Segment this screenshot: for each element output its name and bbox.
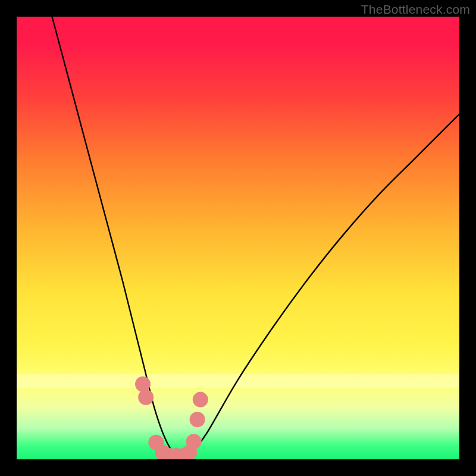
highlight-marker [135,377,151,392]
highlight-marker [190,412,205,427]
watermark-text: TheBottleneck.com [361,2,470,17]
curve-path [52,17,460,459]
marker-group [135,377,208,460]
highlight-marker [193,392,208,408]
chart-frame: TheBottleneck.com [0,0,476,476]
plot-area [17,17,459,459]
highlight-marker [138,390,154,405]
curve-layer [17,17,459,459]
highlight-marker [186,434,202,449]
